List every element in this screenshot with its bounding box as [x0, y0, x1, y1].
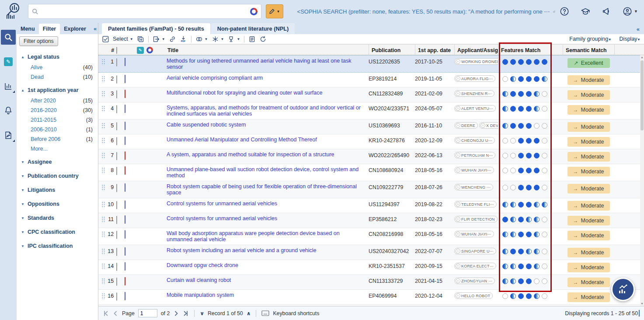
patent-title-link[interactable]: Downward opgw check drone	[167, 263, 369, 269]
similar-assignee-icon[interactable]: ›	[456, 217, 460, 222]
patent-title-link[interactable]: Robot system including an aerial vehicle…	[167, 248, 369, 254]
table-row[interactable]: 4 Systems, apparatus, and methods for tr…	[98, 102, 644, 120]
semantic-match-badge[interactable]: → Moderate	[567, 105, 610, 115]
table-row[interactable]: 15 Curtain wall cleaning robot CN1131337…	[98, 275, 644, 290]
patent-title-link[interactable]: A system, apparatus and method suitable …	[167, 152, 369, 158]
select-checkbox-icon[interactable]	[102, 35, 109, 43]
assignee-chip[interactable]: ›FLIR DETECTION	[454, 216, 498, 222]
row-checkbox[interactable]	[116, 201, 117, 209]
semantic-match-badge[interactable]: → Moderate	[567, 216, 610, 225]
rail-search-item[interactable]	[1, 30, 16, 45]
scrollbar-thumb[interactable]	[641, 60, 644, 130]
similar-assignee-icon[interactable]: ›	[456, 249, 460, 253]
similar-assignee-icon[interactable]: ›	[456, 123, 460, 128]
row-checkbox[interactable]	[116, 231, 117, 239]
display-dropdown[interactable]: Display ▼	[620, 36, 641, 42]
export-caret-icon[interactable]: ▼	[162, 37, 165, 41]
ranking-icon[interactable]	[227, 35, 235, 43]
semantic-match-badge[interactable]: → Moderate	[567, 90, 610, 100]
row-checkbox[interactable]	[116, 75, 117, 84]
col-assignee[interactable]: Applicant/Assignee	[454, 45, 498, 56]
drag-handle-icon[interactable]	[101, 167, 105, 174]
row-checkbox[interactable]	[116, 248, 117, 256]
assignee-chip[interactable]: ›WORKING DRONES	[454, 58, 498, 65]
drag-handle-icon[interactable]	[101, 231, 105, 238]
filter-section-header[interactable]: ▼ Oppositions	[21, 198, 94, 210]
drag-handle-icon[interactable]	[101, 292, 105, 299]
similar-assignee-icon[interactable]: ›	[480, 123, 485, 128]
similar-assignee-icon[interactable]: ›	[456, 293, 460, 298]
drag-handle-icon[interactable]	[101, 152, 105, 159]
search-input[interactable]	[42, 8, 247, 15]
drag-handle-icon[interactable]	[101, 58, 105, 65]
first-page-icon[interactable]	[103, 310, 109, 316]
record-expand-icon[interactable]: ∨	[200, 310, 204, 316]
patent-title-link[interactable]: Mobile manipulation system	[167, 292, 369, 299]
drag-handle-icon[interactable]	[101, 137, 105, 144]
copy-icon[interactable]	[137, 35, 144, 43]
table-row[interactable]: 7 A system, apparatus and method suitabl…	[98, 149, 644, 164]
semantic-match-badge[interactable]: → Moderate	[567, 122, 610, 132]
filter-section-header[interactable]: ▼ IPC classification	[21, 240, 94, 252]
row-checkbox[interactable]	[116, 184, 117, 192]
account-menu[interactable]: ▼	[623, 7, 638, 16]
filter-item[interactable]: 2016-2020(30)	[21, 105, 94, 115]
filter-options-button[interactable]: Filter options	[19, 36, 58, 46]
similar-assignee-icon[interactable]: ›	[456, 264, 460, 268]
edit-search-button[interactable]: ▼	[266, 4, 283, 18]
link-icon[interactable]	[169, 35, 176, 43]
table-row[interactable]: 14 Downward opgw check drone KR10-235153…	[98, 260, 644, 275]
col-features-match[interactable]: Features Match	[498, 45, 551, 56]
similar-assignee-icon[interactable]: ›	[456, 153, 460, 158]
row-checkbox[interactable]	[116, 122, 117, 130]
table-row[interactable]: 3 Multifunctional robot for spraying and…	[98, 88, 644, 102]
analytics-fab-button[interactable]	[611, 278, 635, 301]
results-collapse-icon[interactable]: «	[632, 24, 644, 34]
row-checkbox[interactable]	[116, 167, 117, 175]
patent-title-link[interactable]: Curtain wall cleaning robot	[167, 278, 369, 284]
family-grouping-dropdown[interactable]: Family grouping ▼	[569, 36, 611, 42]
assignee-chip[interactable]: ›PETROLIAM N⋯	[454, 152, 495, 158]
filter-item[interactable]: Alive(40)	[21, 63, 94, 72]
filter-section-header[interactable]: ▲ 1st application year	[21, 84, 94, 96]
semantic-match-badge[interactable]: → Moderate	[567, 137, 610, 147]
patent-title-link[interactable]: Robot system capable of being used for f…	[167, 184, 369, 196]
assignee-chip[interactable]: ›CHEONGJU U⋯	[454, 137, 495, 144]
semantic-match-badge[interactable]: → Moderate	[567, 292, 610, 302]
similar-assignee-icon[interactable]: ›	[456, 138, 460, 143]
semantic-match-badge[interactable]: → Moderate	[567, 75, 610, 85]
row-checkbox[interactable]	[116, 292, 117, 301]
next-page-icon[interactable]	[173, 310, 179, 316]
record-collapse-icon[interactable]: ∧	[247, 310, 251, 316]
filter-section-header[interactable]: ▼ Standards	[21, 212, 94, 224]
app-logo-icon[interactable]	[3, 1, 24, 21]
semantic-match-badge[interactable]: → Moderate	[567, 184, 610, 193]
row-checkbox[interactable]	[116, 152, 117, 160]
filter-section-header[interactable]: ▼ Litigations	[21, 184, 94, 196]
assignee-chip[interactable]: ›TELEDYNE FLI⋯	[454, 201, 497, 207]
academy-icon[interactable]	[581, 7, 590, 16]
table-row[interactable]: 8 Unmanned plane-based wall suction robo…	[98, 164, 644, 181]
scroll-up-icon[interactable]: ▲	[641, 55, 644, 60]
assignee-chip[interactable]: ›WUHAN JIAYI⋯	[454, 167, 494, 173]
keyboard-shortcuts-label[interactable]: Keyboard shortcuts	[273, 310, 319, 316]
drag-handle-icon[interactable]	[101, 263, 105, 270]
scroll-down-icon[interactable]: ▼	[641, 302, 644, 306]
cluster-icon[interactable]	[212, 35, 219, 43]
drag-handle-icon[interactable]	[101, 122, 105, 129]
report-icon[interactable]	[248, 35, 256, 43]
compare-caret-icon[interactable]: ▼	[205, 37, 208, 41]
patent-title-link[interactable]: Wall body adsorption apparatus ware peop…	[167, 231, 369, 243]
assignee-chip[interactable]: ›SINGAPORE U⋯	[454, 248, 496, 254]
semantic-match-badge[interactable]: → Moderate	[567, 278, 610, 287]
select-label[interactable]: Select	[113, 36, 128, 42]
table-row[interactable]: 2 Aerial vehicle comprising compliant ar…	[98, 73, 644, 88]
tab-filter[interactable]: Filter	[39, 24, 60, 34]
col-publication[interactable]: Publication	[369, 45, 415, 56]
assignee-chip[interactable]: ›X DEVELO	[479, 122, 498, 129]
assignee-chip[interactable]: ›KOREA ELECT⋯	[454, 263, 496, 269]
similar-assignee-icon[interactable]: ›	[456, 232, 460, 236]
similar-assignee-icon[interactable]: ›	[456, 59, 460, 64]
last-page-icon[interactable]	[183, 310, 189, 316]
semantic-match-badge[interactable]: → Moderate	[567, 248, 610, 257]
